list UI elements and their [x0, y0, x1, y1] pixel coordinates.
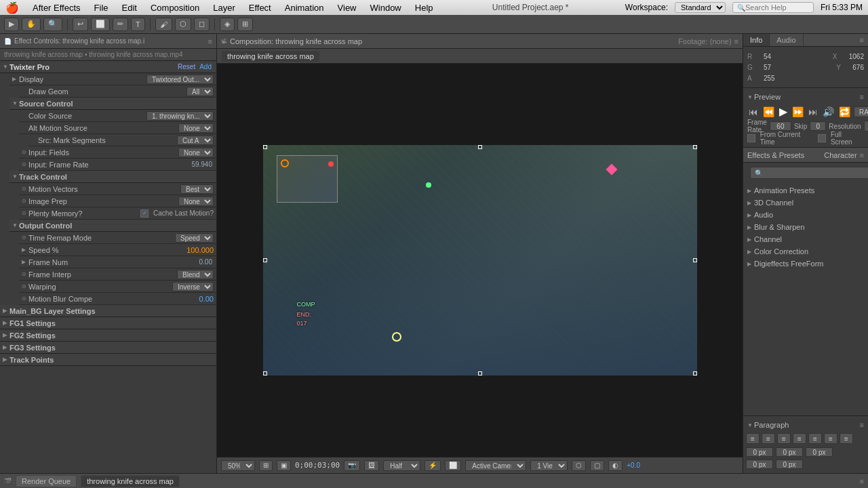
tab-audio[interactable]: Audio [770, 34, 803, 46]
plenty-memory-row[interactable]: ⊙ Plenty Memory? Cache Last Motion? [19, 207, 216, 220]
motion-vectors-dropdown[interactable]: Best [180, 184, 214, 194]
justify-left-btn[interactable]: ≡ [793, 433, 806, 444]
effects-panel-menu-icon[interactable]: ≡ [860, 151, 864, 159]
draw-geom-row[interactable]: Draw Geom All [19, 85, 216, 98]
track-points-section[interactable]: ▶ Track Points [0, 354, 216, 366]
warping-row[interactable]: ⊙ Warping Inverse [19, 281, 216, 293]
hand-tool[interactable]: ✋ [22, 18, 41, 31]
time-remap-dropdown[interactable]: Speed [175, 233, 214, 243]
alt-motion-row[interactable]: Alt Motion Source None [19, 122, 216, 134]
frame-interp-dropdown[interactable]: Blend [177, 270, 214, 279]
grid-btn[interactable]: ⊞ [259, 460, 273, 471]
info-panel-menu-icon[interactable]: ≡ [856, 34, 868, 46]
skip-input[interactable] [810, 121, 826, 131]
color-source-row[interactable]: Color Source 1. throwing kn... [19, 110, 216, 122]
preview-loop-btn[interactable]: 🔁 [837, 106, 852, 117]
add-button[interactable]: Add [197, 63, 214, 70]
timeline-comp-tab[interactable]: throwing knife across map [81, 475, 180, 487]
comp-tab[interactable]: throwing knife across map [221, 50, 320, 62]
effects-search-input[interactable] [750, 167, 868, 179]
corner-handle-bm[interactable] [478, 371, 482, 375]
alt-motion-dropdown[interactable]: None [178, 123, 214, 133]
justify-center-btn[interactable]: ≡ [808, 433, 822, 444]
preview-header[interactable]: ▼ Preview ≡ [747, 91, 864, 103]
align-center-btn[interactable]: ≡ [762, 433, 775, 444]
src-mark-row[interactable]: Src: Mark Segments Cut A [28, 134, 216, 146]
frame-interp-row[interactable]: ⊙ Frame Interp Blend [19, 268, 216, 281]
preview-last-frame-btn[interactable]: ⏭ [807, 106, 819, 117]
layer-tool[interactable]: ⬜ [91, 18, 110, 31]
panel-close-btn[interactable]: ≡ [208, 37, 212, 45]
paragraph-menu-icon[interactable]: ≡ [860, 421, 864, 429]
effects-category-channel[interactable]: ▶ Channel [743, 233, 868, 245]
effects-category-audio[interactable]: ▶ Audio [743, 209, 868, 221]
preview-options-dropdown[interactable]: RAM Preview Options [854, 106, 868, 117]
align-right-btn[interactable]: ≡ [777, 433, 791, 444]
effects-category-blur-sharpen[interactable]: ▶ Blur & Sharpen [743, 221, 868, 233]
fg1-section[interactable]: ▶ FG1 Settings [0, 317, 216, 329]
show-snapshot-btn[interactable]: 🖼 [364, 460, 379, 471]
zoom-dropdown[interactable]: 50% [221, 460, 255, 471]
input-fields-dropdown[interactable]: None [178, 148, 214, 157]
resolution-dropdown[interactable]: Half [383, 460, 420, 471]
menu-edit[interactable]: Edit [119, 3, 140, 13]
color-source-dropdown[interactable]: 1. throwing kn... [146, 111, 214, 121]
menu-window[interactable]: Window [368, 3, 404, 13]
corner-handle-tm[interactable] [478, 145, 482, 149]
menu-animation[interactable]: Animation [282, 3, 327, 13]
comp-panel-menu-icon[interactable]: ≡ [734, 37, 738, 45]
effects-category-color-correction[interactable]: ▶ Color Correction [743, 245, 868, 258]
align-left-btn[interactable]: ≡ [746, 433, 760, 444]
apple-logo-icon[interactable]: 🍎 [5, 1, 19, 14]
render-queue-tab[interactable]: Render Queue [16, 475, 77, 487]
effects-category-3d-channel[interactable]: ▶ 3D Channel [743, 197, 868, 209]
workspace-dropdown[interactable]: Standard [675, 2, 726, 13]
time-remap-row[interactable]: ⊙ Time Remap Mode Speed [19, 232, 216, 244]
para-space-before-input[interactable] [746, 460, 773, 469]
para-indent-left-input[interactable] [746, 447, 773, 457]
para-indent-right-input[interactable] [776, 447, 803, 457]
speed-pct-row[interactable]: ▶ Speed % 100.000 [19, 244, 216, 256]
image-prep-dropdown[interactable]: None [178, 197, 214, 206]
preview-play-btn[interactable]: ▶ [778, 105, 789, 118]
preview-next-frame-btn[interactable]: ⏩ [791, 106, 805, 117]
comp-canvas-area[interactable]: COMP END: 017 [217, 64, 743, 457]
menu-effect[interactable]: Effect [246, 3, 274, 13]
rotate-tool[interactable]: ↩ [73, 18, 88, 31]
effects-category-digieffects[interactable]: ▶ Digieffects FreeForm [743, 258, 868, 270]
pixel-aspect-btn[interactable]: ▢ [590, 460, 604, 471]
track-control-section[interactable]: ▼ Track Control [9, 171, 216, 183]
menu-layer[interactable]: Layer [210, 3, 238, 13]
fast-preview-btn[interactable]: ⚡ [425, 460, 441, 471]
corner-handle-tl[interactable] [263, 145, 267, 149]
src-mark-dropdown[interactable]: Cut A [177, 136, 214, 145]
motion-vectors-row[interactable]: ⊙ Motion Vectors Best [19, 183, 216, 195]
para-space-after-input[interactable] [776, 460, 803, 469]
menu-after-effects[interactable]: After Effects [30, 3, 83, 13]
fg2-section[interactable]: ▶ FG2 Settings [0, 329, 216, 342]
preview-audio-btn[interactable]: 🔊 [821, 106, 835, 117]
brush-tool[interactable]: 🖌 [155, 18, 172, 31]
roto-tool[interactable]: ⊞ [237, 18, 253, 31]
menu-help[interactable]: Help [412, 3, 436, 13]
corner-handle-bl[interactable] [263, 371, 267, 375]
menu-view[interactable]: View [335, 3, 359, 13]
from-current-checkbox[interactable] [747, 134, 755, 142]
stamp-tool[interactable]: ⬡ [175, 18, 191, 31]
pen-tool[interactable]: ✏ [113, 18, 128, 31]
preview-resolution-dropdown[interactable]: Auto [864, 121, 868, 131]
justify-right-btn[interactable]: ≡ [824, 433, 837, 444]
input-fields-row[interactable]: ⊙ Input: Fields None [19, 146, 216, 159]
tab-info[interactable]: Info [743, 34, 770, 46]
menu-composition[interactable]: Composition [148, 3, 202, 13]
preview-first-frame-btn[interactable]: ⏮ [747, 106, 760, 117]
display-dropdown[interactable]: Twixtored Out... [146, 75, 214, 84]
motion-blur-row[interactable]: ⊙ Motion Blur Compe 0.00 [19, 293, 216, 305]
image-prep-row[interactable]: ⊙ Image Prep None [19, 195, 216, 207]
search-help-input[interactable] [745, 3, 806, 12]
view-dropdown[interactable]: 1 View [530, 460, 568, 471]
timeline-panel-menu-icon[interactable]: ≡ [860, 477, 864, 485]
main-bg-section[interactable]: ▶ Main_BG Layer Settings [0, 305, 216, 317]
reset-exposure-btn[interactable]: ◐ [608, 460, 623, 471]
stereo-btn[interactable]: ⬡ [572, 460, 586, 471]
